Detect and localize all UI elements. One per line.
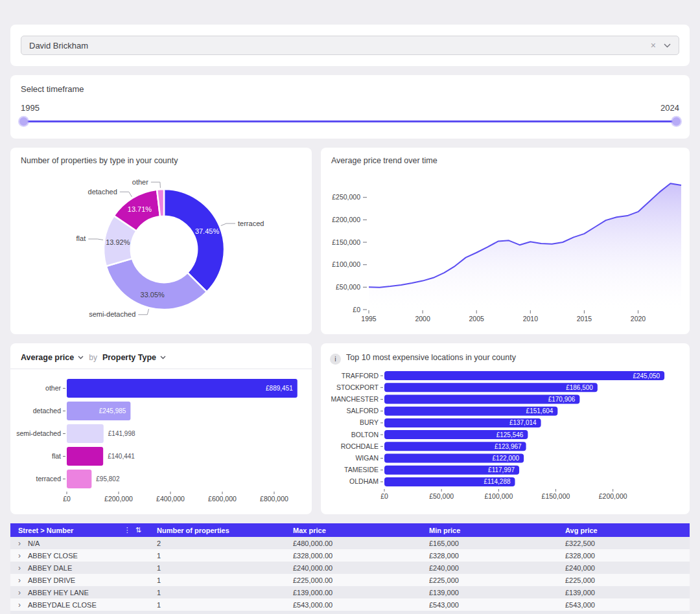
table-row[interactable]: ›ABBEY CLOSE1£328,000.00£328,000£328,000 [10,549,690,562]
bar-value-label: £245,985 [99,407,126,415]
user-select[interactable]: David Brickham × [21,36,679,55]
bar-value-label: £140,441 [108,453,135,460]
bar-value-label: £123,967 [495,443,522,450]
slider-handle-end[interactable] [672,117,681,126]
column-header-street[interactable]: Street > Number ⋮ ⇅ [10,523,149,537]
price-trend-chart: £0£50,000£100,000£150,000£200,000£250,00… [321,168,690,334]
timeframe-card: Select timeframe 1995 2024 [10,75,690,139]
max-price-cell: £480,000.00 [285,537,421,549]
donut-pct-label: 37.45% [195,227,220,235]
expand-row-icon[interactable]: › [18,600,21,609]
metric-dropdown[interactable]: Average price [21,353,84,362]
avg-price-cell: £322,500 [557,537,690,549]
bar-flat [67,447,103,466]
clear-selection-icon[interactable]: × [651,41,656,50]
bar-category-label: MANCHESTER [331,395,379,403]
bar-xtick-label: £150,000 [542,492,570,500]
donut-outside-label: detached [88,188,117,196]
info-icon[interactable]: i [330,354,341,365]
dimension-dropdown[interactable]: Property Type [102,353,166,362]
column-header-avg-price[interactable]: Avg price [557,523,690,537]
count-cell: 1 [149,574,285,586]
street-cell: ›ABBEYDALE CLOSE [10,598,149,611]
bar-other [67,379,298,398]
bar-xtick-label: £200,000 [599,492,627,500]
donut-outside-label: other [132,178,148,186]
expand-row-icon[interactable]: › [18,563,21,573]
trend-ytick-label: £200,000 [332,216,360,223]
expand-row-icon[interactable]: › [18,588,21,597]
street-cell: ›N/A [10,537,149,549]
trend-chart-title: Average price trend over time [321,156,690,168]
select-icons: × [651,41,671,50]
column-header-max-price[interactable]: Max price [285,523,421,537]
trend-area-fill [369,183,681,310]
column-header-count[interactable]: Number of properties [149,523,285,537]
user-select-card: David Brickham × [10,25,690,66]
table-row[interactable]: ›ABBEY DALE1£240,000.00£240,000£240,000 [10,562,690,574]
bar-category-label: SALFORD [346,407,379,415]
top10-chart-title: Top 10 most expensive locations in your … [346,353,516,365]
drag-handle-icon[interactable]: ⋮ [124,526,131,534]
timeframe-label: Select timeframe [21,84,679,94]
slider-track[interactable] [21,120,679,122]
timeframe-slider[interactable] [21,117,679,126]
min-price-cell: £225,000 [421,574,557,586]
trend-xtick-label: 1995 [361,315,377,323]
bar-category-label: OLDHAM [349,477,379,485]
table-row[interactable]: ›N/A2£480,000.00£165,000£322,500 [10,537,690,549]
bar-xtick-label: £600,000 [208,495,237,503]
max-price-cell: £543,000.00 [285,598,421,611]
bar-value-label: £186,500 [566,384,593,391]
bar-value-label: £117,997 [488,466,515,473]
street-cell: ›ABBEY DRIVE [10,574,149,586]
street-name: ABBEY CLOSE [28,552,78,560]
expand-row-icon[interactable]: › [18,539,21,548]
price-trend-card: Average price trend over time £0£50,000£… [321,148,690,334]
trend-ytick-label: £50,000 [336,283,360,291]
street-cell: ›ABBEY HEY LANE [10,586,149,598]
table-row[interactable]: ›ABBEY HEY LANE1£139,000.00£139,000£139,… [10,586,690,598]
min-price-cell: £165,000 [421,537,557,549]
table-row[interactable]: ›ABBEYFIELD CLOSE1£355,000.00£355,000£35… [10,611,690,614]
dimension-chevron-down-icon [160,356,166,359]
bar-value-label: £889,451 [266,385,293,392]
avg-price-cell: £225,000 [557,574,690,586]
bar-category-label: WIGAN [355,454,379,462]
column-header-min-price[interactable]: Min price [421,523,557,537]
bar-category-label: BURY [360,418,379,426]
bar-xtick-label: £400,000 [156,495,185,503]
results-table: Street > Number ⋮ ⇅ Number of properties… [10,523,690,614]
max-price-cell: £328,000.00 [285,549,421,562]
count-cell: 1 [149,549,285,562]
bar-xtick-label: £50,000 [429,492,454,500]
donut-slice-terraced [164,189,224,292]
trend-xtick-label: 2005 [469,315,485,323]
table-row[interactable]: ›ABBEYDALE CLOSE1£543,000.00£543,000£543… [10,598,690,611]
bar-value-label: £125,546 [496,431,524,438]
bar-xtick-label: £800,000 [260,495,288,503]
min-price-cell: £240,000 [421,562,557,574]
bar-value-label: £95,802 [96,475,120,483]
column-header-street-label: Street > Number [18,527,73,534]
bar-category-label: terraced [36,475,61,483]
bar-xtick-label: £100,000 [484,492,513,500]
donut-pct-label: 13.71% [128,205,152,213]
donut-outside-label: terraced [238,220,264,227]
price-by-type-bar-chart: other£889,451detached£245,985semi-detach… [10,369,312,506]
bar-category-label: detached [33,407,61,415]
expand-row-icon[interactable]: › [18,551,21,560]
max-price-cell: £355,000.00 [285,611,421,614]
slider-handle-start[interactable] [19,117,28,126]
trend-xtick-label: 2020 [631,315,646,323]
bar-category-label: other [45,384,61,392]
chevron-down-icon[interactable] [664,43,671,48]
timeframe-end-year: 2024 [660,103,679,113]
results-table-section: Street > Number ⋮ ⇅ Number of properties… [10,523,690,614]
bar-xtick-label: £200,000 [104,495,133,503]
expand-row-icon[interactable]: › [18,576,21,585]
table-row[interactable]: ›ABBEY DRIVE1£225,000.00£225,000£225,000 [10,574,690,586]
bar-value-label: £114,288 [484,478,511,485]
avg-price-cell: £543,000 [557,598,690,611]
sort-icon[interactable]: ⇅ [135,526,141,534]
